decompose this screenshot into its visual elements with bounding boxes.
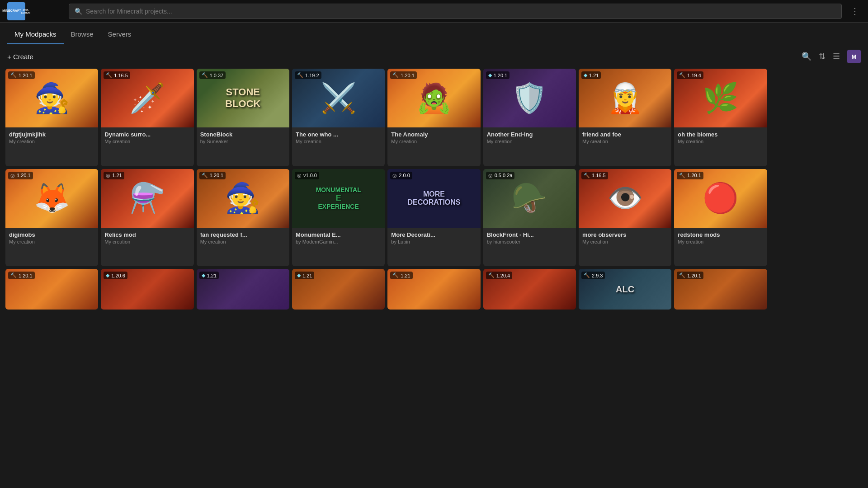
card-info: Monumental E... by ModernGamin... [292, 228, 385, 247]
card-title: Relics mod [104, 231, 190, 238]
tab-browse[interactable]: Browse [64, 25, 101, 44]
card-image: 🔨 1.20.1 🔴 [674, 169, 767, 228]
tab-my-modpacks[interactable]: My Modpacks [7, 25, 64, 44]
card-badge: ◎ 1.21 [104, 172, 124, 179]
card-badge: 🔨 1.19.2 [295, 71, 321, 79]
version-badge: 1.20.1 [494, 73, 508, 78]
card-title: More Decorati... [391, 231, 476, 238]
modpack-card-monumental-e[interactable]: ◎ v1.0.0 MONUMENTALEEXPERIENCE Monumenta… [292, 169, 385, 267]
version-badge: 1.16.5 [114, 73, 128, 78]
modpack-card-blockfront[interactable]: ◎ 0.5.0.2a 🪖 BlockFront - Hi... by hiams… [483, 169, 576, 267]
card-subtitle: My creation [678, 139, 763, 144]
card-subtitle: by Suneaker [200, 139, 286, 144]
card-badge: 🔨 1.20.4 [486, 272, 513, 279]
tab-servers[interactable]: Servers [101, 25, 139, 44]
card-subtitle: My creation [104, 239, 190, 244]
card-badge: 🔨 1.20.1 [8, 71, 35, 79]
search-input[interactable] [86, 8, 836, 15]
modpack-card-redstone-mods[interactable]: 🔨 1.20.1 🔴 redstone mods My creation [674, 169, 767, 267]
modpack-grid-row1: 🔨 1.20.1 🧙 dfgtjujmkjihk My creation 🔨 1… [0, 69, 868, 166]
search-bar[interactable]: 🔍 [69, 4, 842, 19]
modpack-card-row3-8[interactable]: 🔨 1.20.1 [674, 269, 767, 310]
modpack-card-dfgtjujmkjihk[interactable]: 🔨 1.20.1 🧙 dfgtjujmkjihk My creation [5, 69, 98, 166]
modpack-card-row3-5[interactable]: 🔨 1.21 [387, 269, 480, 310]
card-badge: 🔨 2.9.3 [581, 272, 605, 279]
modpack-card-row3-1[interactable]: 🔨 1.20.1 [5, 269, 98, 310]
card-subtitle: by ModernGamin... [296, 239, 381, 244]
card-info: redstone mods My creation [674, 228, 767, 247]
version-badge: 1.0.37 [210, 73, 224, 78]
modpack-card-friend-and-foe[interactable]: ◆ 1.21 🧝 friend and foe My creation [579, 69, 671, 166]
card-info: The Anomaly My creation [387, 127, 480, 147]
card-title: BlockFront - Hi... [487, 231, 572, 238]
card-image: 🔨 1.20.1 🧟 [387, 69, 480, 127]
modpack-card-more-observers[interactable]: 🔨 1.16.5 👁️ more observers My creation [579, 169, 671, 267]
modpack-card-the-anomaly[interactable]: 🔨 1.20.1 🧟 The Anomaly My creation [387, 69, 480, 166]
modpack-card-another-end-ing[interactable]: ◆ 1.20.1 🛡️ Another End-ing My creation [483, 69, 576, 166]
card-info: StoneBlock by Suneaker [197, 127, 289, 147]
version-badge: 1.20.1 [687, 273, 701, 278]
card-badge: ◎ v1.0.0 [295, 172, 319, 179]
card-info: digimobs My creation [5, 228, 98, 247]
version-badge: 1.20.1 [401, 73, 415, 78]
create-button[interactable]: + Create [7, 53, 33, 61]
card-title: The Anomaly [391, 131, 476, 138]
modpack-card-more-decorati[interactable]: ◎ 2.0.0 MOREDECORATIONS More Decorati...… [387, 169, 480, 267]
modpack-card-row3-4[interactable]: ◆ 1.21 [292, 269, 385, 310]
card-badge: 🔨 1.20.1 [199, 172, 226, 179]
version-badge: 1.19.2 [305, 73, 319, 78]
search-toolbar-icon[interactable]: 🔍 [802, 52, 811, 61]
card-image: ◆ 1.20.1 🛡️ [483, 69, 576, 127]
more-options-button[interactable]: ⋮ [849, 5, 861, 18]
card-image: 🔨 1.20.1 🧙 [197, 169, 289, 228]
card-info: More Decorati... by Lupin [387, 228, 480, 247]
modpack-card-digimobs[interactable]: ◎ 1.20.1 🦊 digimobs My creation [5, 169, 98, 267]
card-subtitle: My creation [9, 139, 94, 144]
card-bottom-bg: 🔨 1.20.1 [674, 269, 767, 310]
modpack-card-row3-3[interactable]: ◆ 1.21 [197, 269, 289, 310]
card-info: Dynamic surro... My creation [101, 127, 193, 147]
card-title: more observers [582, 231, 668, 238]
version-badge: 1.20.4 [496, 273, 510, 278]
card-badge: 🔨 1.20.1 [677, 172, 703, 179]
modpack-grid-row2: ◎ 1.20.1 🦊 digimobs My creation ◎ 1.21 ⚗… [0, 169, 868, 267]
minecraft-logo-icon: MINECRAFT JAVA EDITION [7, 2, 25, 20]
fabric-icon: ◎ [488, 173, 493, 178]
version-badge: v1.0.0 [303, 173, 317, 178]
modpack-card-row3-2[interactable]: ◆ 1.20.6 [101, 269, 193, 310]
card-badge: 🔨 1.0.37 [199, 71, 226, 79]
alc-logo-text: ALC [616, 284, 634, 295]
card-image: ◎ 0.5.0.2a 🪖 [483, 169, 576, 228]
version-badge: 1.20.1 [17, 173, 31, 178]
card-info: fan requested f... My creation [197, 228, 289, 247]
modpack-card-row3-6[interactable]: 🔨 1.20.4 [483, 269, 576, 310]
modpack-card-fan-requested[interactable]: 🔨 1.20.1 🧙 fan requested f... My creatio… [197, 169, 289, 267]
card-badge: ◎ 0.5.0.2a [486, 172, 515, 179]
hammer-icon: 🔨 [679, 72, 685, 78]
card-badge: ◆ 1.20.1 [486, 71, 510, 79]
modpack-card-alc[interactable]: 🔨 2.9.3 ALC [579, 269, 671, 310]
card-badge: ◆ 1.21 [581, 71, 601, 79]
card-badge: 🔨 1.20.1 [8, 272, 35, 279]
stoneblock-logo: STONEBLOCK [221, 82, 265, 114]
card-bottom-bg: 🔨 1.20.4 [483, 269, 576, 310]
card-image: 🔨 1.0.37 STONEBLOCK [197, 69, 289, 127]
fabric-icon: ◎ [10, 173, 15, 178]
hammer-icon: 🔨 [106, 72, 112, 78]
toolbar-right: 🔍 ⇅ ☰ M [802, 50, 861, 63]
card-info: The one who ... My creation [292, 127, 385, 147]
modpack-card-dynamic-surro[interactable]: 🔨 1.16.5 🗡️ Dynamic surro... My creation [101, 69, 193, 166]
fabric-icon: ◎ [297, 173, 302, 178]
card-bottom-bg: ◆ 1.20.6 [101, 269, 193, 310]
card-bottom-bg: ◆ 1.21 [197, 269, 289, 310]
modpack-card-oh-the-biomes[interactable]: 🔨 1.19.4 🌿 oh the biomes My creation [674, 69, 767, 166]
card-subtitle: My creation [200, 239, 286, 244]
modpack-card-stoneblock[interactable]: 🔨 1.0.37 STONEBLOCK StoneBlock by Suneak… [197, 69, 289, 166]
user-avatar[interactable]: M [847, 50, 861, 63]
card-info: BlockFront - Hi... by hiamscooter [483, 228, 576, 247]
modpack-card-relics-mod[interactable]: ◎ 1.21 ⚗️ Relics mod My creation [101, 169, 193, 267]
card-title: oh the biomes [678, 131, 763, 138]
filter-icon[interactable]: ☰ [833, 52, 840, 61]
modpack-card-the-one-who[interactable]: 🔨 1.19.2 ⚔️ The one who ... My creation [292, 69, 385, 166]
sort-icon[interactable]: ⇅ [819, 52, 826, 61]
